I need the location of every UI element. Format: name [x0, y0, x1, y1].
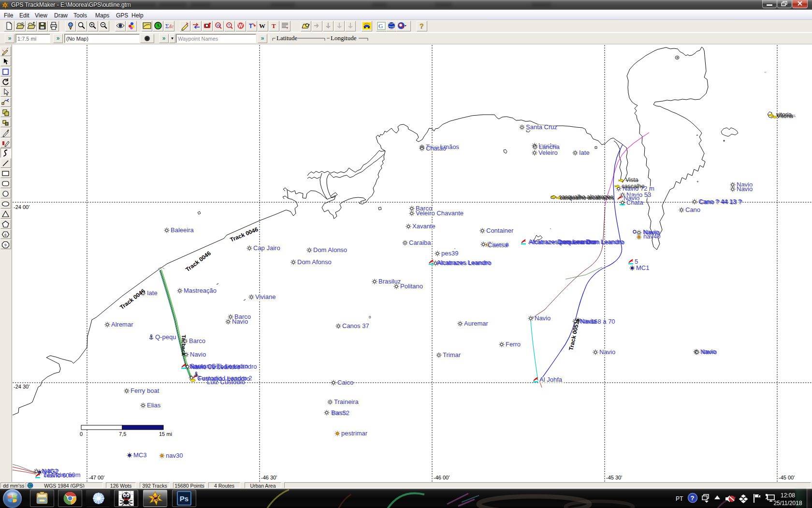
- svg-text:168 a 70: 168 a 70: [591, 318, 615, 325]
- svg-text:Dom Afonso: Dom Afonso: [297, 258, 332, 266]
- svg-text:Chata: Chata: [626, 199, 643, 206]
- svg-text:Navio: Navio: [190, 351, 206, 358]
- svg-text:Cap Jairo: Cap Jairo: [253, 244, 280, 252]
- svg-text:PT: PT: [676, 495, 683, 502]
- svg-text:Canos 37: Canos 37: [342, 322, 369, 329]
- svg-text:W: W: [259, 22, 265, 30]
- svg-text:T: T: [249, 23, 253, 30]
- svg-text:Al Johfa: Al Johfa: [539, 376, 563, 383]
- svg-text:Alcatrazes Leandro: Alcatrazes Leandro: [437, 259, 492, 267]
- svg-text:0: 0: [369, 315, 371, 319]
- svg-text:Dom Leandro: Dom Leandro: [558, 239, 596, 246]
- svg-text:7,5: 7,5: [119, 431, 126, 437]
- svg-text:Iate: Iate: [147, 289, 158, 297]
- svg-text:Iate: Iate: [579, 149, 590, 156]
- svg-text:?: ?: [420, 22, 424, 30]
- svg-text:-46 00': -46 00': [434, 475, 450, 480]
- svg-text:’: ’: [550, 227, 551, 232]
- svg-text:Track 0046: Track 0046: [118, 287, 146, 311]
- svg-text:Santa Cruz: Santa Cruz: [526, 123, 557, 131]
- svg-text:Barco: Barco: [189, 337, 205, 344]
- svg-text:9: 9: [4, 243, 7, 247]
- svg-text:Caetsa: Caetsa: [488, 241, 508, 249]
- svg-text:-47 00': -47 00': [88, 475, 104, 480]
- svg-text:Ferro: Ferro: [506, 341, 521, 348]
- svg-text:Caico: Caico: [337, 379, 353, 386]
- svg-text:Dom Alonso: Dom Alonso: [313, 246, 347, 254]
- svg-text:-24 00': -24 00': [14, 204, 29, 210]
- svg-text:Auremar: Auremar: [464, 320, 489, 327]
- svg-text:Veleiro Chavante: Veleiro Chavante: [416, 209, 464, 217]
- svg-text:Track 0046: Track 0046: [229, 226, 259, 243]
- svg-text:Navio: Navio: [701, 348, 717, 356]
- svg-text:G: G: [378, 22, 383, 30]
- svg-text:W: W: [217, 23, 220, 28]
- svg-text:pestrimar: pestrimar: [341, 430, 368, 437]
- svg-text:Chatão: Chatão: [426, 145, 446, 152]
- svg-text:Santos GTL Leandro: Santos GTL Leandro: [190, 362, 248, 370]
- svg-text:Ferry boat: Ferry boat: [130, 387, 160, 394]
- svg-text:Luiz Custodio: Luiz Custodio: [207, 378, 245, 386]
- svg-text:Navio: Navio: [599, 348, 615, 356]
- svg-text:Elias: Elias: [147, 402, 161, 409]
- svg-text:«: «: [764, 70, 767, 75]
- svg-text:nav40: nav40: [643, 233, 660, 240]
- svg-text:Track 0051: Track 0051: [567, 320, 580, 351]
- svg-text:Viviane: Viviane: [255, 293, 276, 300]
- svg-text:Baleeira: Baleeira: [171, 226, 194, 234]
- svg-text:Alremar: Alremar: [111, 321, 133, 328]
- svg-text:Vitoria: Vitoria: [777, 113, 793, 120]
- svg-text:nav30: nav30: [166, 452, 183, 459]
- svg-text:Q-pequ: Q-pequ: [155, 333, 176, 341]
- svg-text:T: T: [272, 22, 276, 30]
- svg-text:0: 0: [80, 431, 83, 437]
- svg-text:Caraiba: Caraiba: [409, 239, 431, 246]
- svg-text:Tacback: Tacback: [181, 335, 187, 356]
- svg-text:Navio: Navio: [737, 185, 753, 193]
- svg-text:Vista: Vista: [625, 177, 638, 183]
- svg-text:?: ?: [691, 494, 695, 502]
- svg-text:-45 30': -45 30': [606, 475, 622, 480]
- svg-text:Cano ? 44 13 ?: Cano ? 44 13 ?: [699, 198, 742, 206]
- svg-text:MC3: MC3: [133, 451, 146, 459]
- svg-text:Cano: Cano: [685, 206, 700, 213]
- svg-text:Veleiro: Veleiro: [538, 149, 558, 156]
- svg-text:Container: Container: [486, 227, 514, 234]
- svg-text:Traineira: Traineira: [334, 398, 359, 405]
- svg-text:Track 0046: Track 0046: [184, 250, 212, 273]
- svg-text:-46 30': -46 30': [261, 475, 277, 480]
- svg-text:-45 00': -45 00': [779, 475, 795, 480]
- svg-text:↓: ↓: [286, 25, 289, 30]
- svg-text:-24 30': -24 30': [14, 384, 29, 389]
- svg-text:ℓc: ℓc: [169, 23, 174, 29]
- svg-text:Longitude: Longitude: [331, 34, 357, 42]
- svg-text:’: ’: [454, 247, 455, 252]
- svg-text:Mastreação: Mastreação: [184, 287, 217, 294]
- svg-text:pes39: pes39: [441, 250, 458, 257]
- svg-text:cascalho: cascalho: [622, 183, 645, 190]
- svg-text:25/11/2018: 25/11/2018: [773, 500, 802, 507]
- svg-text:Trimar: Trimar: [443, 351, 461, 359]
- svg-text:Brasiluz: Brasiluz: [378, 278, 401, 285]
- svg-text:Bas52: Bas52: [332, 409, 349, 417]
- svg-text:+: +: [696, 179, 699, 184]
- svg-text:W: W: [238, 23, 243, 29]
- svg-text:Navio 60m: Navio 60m: [44, 472, 74, 479]
- svg-text:Latitude: Latitude: [276, 34, 298, 42]
- svg-text:15 mi: 15 mi: [159, 431, 172, 437]
- svg-text:Navio: Navio: [535, 314, 551, 322]
- svg-text:Xavante: Xavante: [412, 223, 435, 230]
- svg-text:Politano: Politano: [400, 283, 423, 290]
- svg-text:casqualho alcatrazes: casqualho alcatrazes: [560, 194, 614, 201]
- svg-text:Navio: Navio: [232, 318, 248, 325]
- svg-text:6: 6: [4, 233, 7, 237]
- svg-text:MC1: MC1: [636, 264, 649, 271]
- svg-text:12:08: 12:08: [781, 492, 795, 499]
- svg-text:T: T: [228, 23, 231, 28]
- svg-text:Σ: Σ: [165, 22, 169, 30]
- svg-text:+: +: [696, 133, 698, 137]
